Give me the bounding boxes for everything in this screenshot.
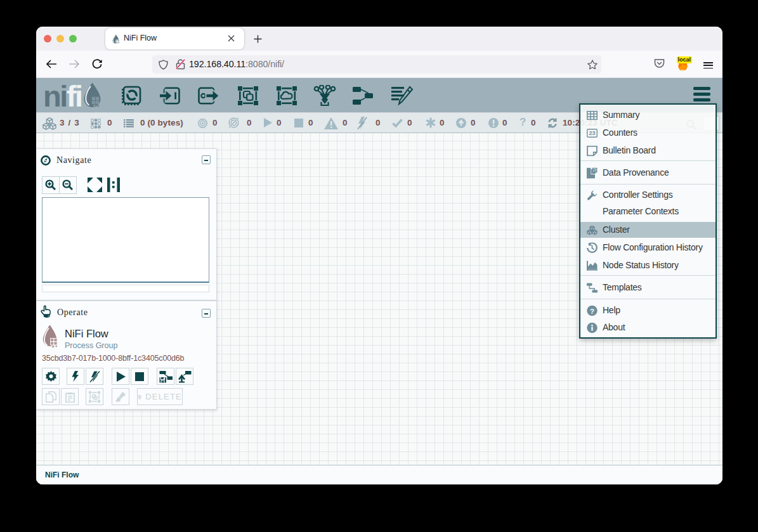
svg-text:23: 23 xyxy=(589,130,596,136)
svg-text:?: ? xyxy=(590,307,594,315)
